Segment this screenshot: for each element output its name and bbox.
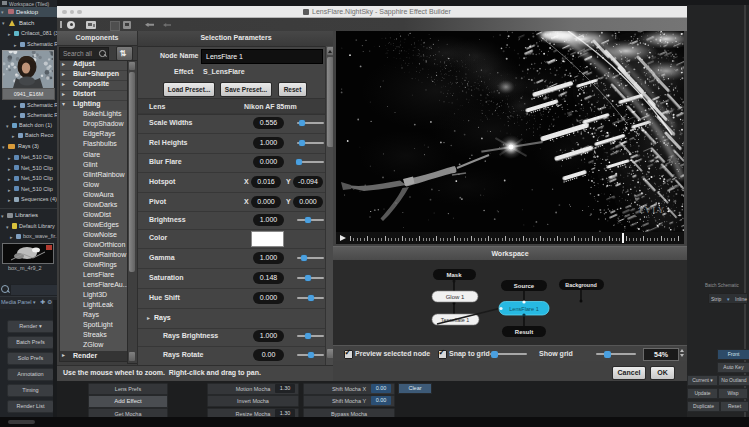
svg-text:Background: Background — [565, 282, 596, 288]
svg-text:Mask: Mask — [446, 272, 462, 278]
svg-text:LensFlare 1: LensFlare 1 — [509, 306, 539, 312]
svg-text:LVLY: LVLY — [639, 205, 665, 215]
svg-text:Glow 1: Glow 1 — [446, 294, 465, 300]
svg-text:Result: Result — [515, 329, 533, 335]
svg-text:Source: Source — [514, 283, 535, 289]
